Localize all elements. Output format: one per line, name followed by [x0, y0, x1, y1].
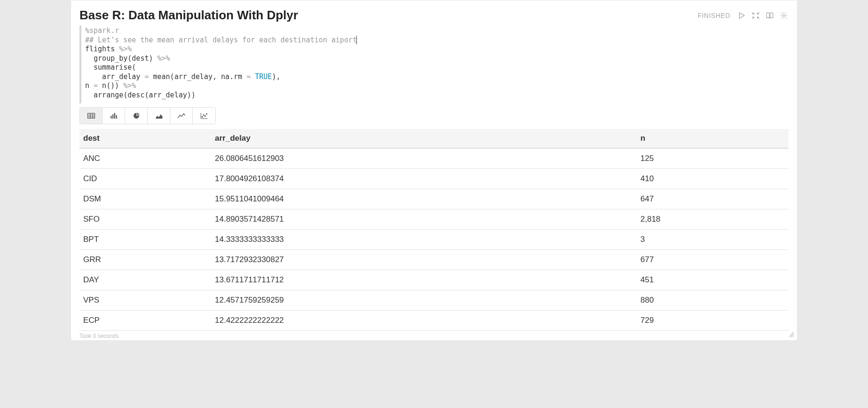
cell-arr_delay: 26.0806451612903 — [211, 148, 637, 169]
cell-n: 3 — [637, 230, 789, 250]
viz-bar-button[interactable] — [103, 108, 125, 124]
resize-handle-icon[interactable] — [788, 331, 794, 337]
viz-table-button[interactable] — [80, 108, 103, 124]
paragraph-header: Base R: Data Manipulation With Dplyr FIN… — [79, 7, 789, 25]
viz-line-button[interactable] — [170, 108, 193, 124]
code-line: n()) — [98, 81, 123, 90]
viz-area-button[interactable] — [148, 108, 170, 124]
cell-dest: CID — [79, 169, 211, 189]
cell-dest: DAY — [79, 270, 211, 290]
viz-scatter-button[interactable] — [193, 108, 215, 124]
result-table: dest arr_delay n ANC26.0806451612903125C… — [79, 129, 789, 331]
code-keyword: TRUE — [255, 72, 272, 81]
paragraph-controls: FINISHED — [698, 7, 789, 20]
cell-arr_delay: 12.4222222222222 — [211, 311, 637, 331]
table-body: ANC26.0806451612903125CID17.800492610837… — [79, 148, 789, 331]
cell-dest: BPT — [79, 230, 211, 250]
paragraph-status: FINISHED — [698, 12, 730, 19]
table-row: BPT14.33333333333333 — [79, 230, 789, 250]
code-line: group_by(dest) — [85, 54, 158, 63]
code-interpreter: %spark.r — [85, 26, 119, 35]
table-row: ANC26.0806451612903125 — [79, 148, 789, 169]
column-header-n[interactable]: n — [637, 129, 789, 148]
viz-pie-button[interactable] — [125, 108, 148, 124]
svg-rect-11 — [110, 116, 111, 119]
cell-dest: DSM — [79, 189, 211, 209]
paragraph-title: Base R: Data Manipulation With Dplyr — [79, 8, 298, 23]
table-row: VPS12.4571759259259880 — [79, 290, 789, 311]
cell-n: 2,818 — [637, 209, 789, 230]
svg-point-19 — [205, 116, 205, 117]
cell-dest: GRR — [79, 250, 211, 270]
code-line: n — [85, 81, 94, 90]
cell-n: 880 — [637, 290, 789, 311]
visualization-toolbar — [79, 107, 216, 124]
table-row: ECP12.4222222222222729 — [79, 311, 789, 331]
code-line: ), — [272, 72, 280, 81]
cell-n: 647 — [637, 189, 789, 209]
svg-point-17 — [202, 116, 203, 117]
cell-n: 410 — [637, 169, 789, 189]
cell-n: 125 — [637, 148, 789, 169]
code-line: arr_delay — [85, 72, 144, 81]
cell-dest: ANC — [79, 148, 211, 169]
paragraph-footer: Took 0 seconds — [79, 331, 789, 340]
table-row: GRR13.7172932330827677 — [79, 250, 789, 270]
cell-dest: SFO — [79, 209, 211, 230]
column-header-arr-delay[interactable]: arr_delay — [211, 129, 637, 148]
table-header: dest arr_delay n — [79, 129, 789, 148]
pipe-operator: %>% — [119, 45, 132, 53]
cell-arr_delay: 13.7172932330827 — [211, 250, 637, 270]
cell-n: 451 — [637, 270, 789, 290]
svg-rect-12 — [112, 114, 113, 119]
table-row: DSM15.9511041009464647 — [79, 189, 789, 209]
table-row: SFO14.89035714285712,818 — [79, 209, 789, 230]
code-line: mean(arr_delay, na.rm — [149, 72, 246, 81]
run-icon[interactable] — [737, 11, 746, 20]
table-row: DAY13.6711711711712451 — [79, 270, 789, 290]
cell-arr_delay: 14.8903571428571 — [211, 209, 637, 230]
cell-arr_delay: 15.9511041009464 — [211, 189, 637, 209]
cell-arr_delay: 13.6711711711712 — [211, 270, 637, 290]
equals-operator: = — [94, 81, 98, 90]
cell-dest: VPS — [79, 290, 211, 311]
cell-arr_delay: 12.4571759259259 — [211, 290, 637, 311]
code-line: arrange(desc(arr_delay)) — [85, 91, 196, 99]
svg-rect-14 — [116, 115, 117, 119]
table-row: CID17.8004926108374410 — [79, 169, 789, 189]
cell-arr_delay: 17.8004926108374 — [211, 169, 637, 189]
svg-line-23 — [793, 336, 794, 337]
text-cursor — [356, 36, 357, 44]
code-line: flights — [85, 45, 119, 53]
svg-point-20 — [206, 113, 207, 114]
cell-n: 677 — [637, 250, 789, 270]
notebook-paragraph: Base R: Data Manipulation With Dplyr FIN… — [71, 0, 797, 341]
svg-rect-13 — [114, 113, 115, 119]
collapse-icon[interactable] — [751, 11, 760, 20]
column-header-dest[interactable]: dest — [79, 129, 211, 148]
svg-marker-0 — [740, 13, 745, 18]
code-comment: ## Let's see the mean arrival delays for… — [85, 36, 357, 44]
svg-point-18 — [203, 115, 204, 116]
svg-point-5 — [783, 15, 785, 17]
book-icon[interactable] — [765, 11, 774, 20]
code-line: summarise( — [85, 63, 136, 72]
cell-dest: ECP — [79, 311, 211, 331]
svg-rect-6 — [87, 113, 95, 119]
pipe-operator: %>% — [123, 81, 136, 90]
cell-n: 729 — [637, 311, 789, 331]
gear-icon[interactable] — [779, 11, 789, 20]
cell-arr_delay: 14.3333333333333 — [211, 230, 637, 250]
code-editor[interactable]: %spark.r ## Let's see the mean arrival d… — [79, 25, 789, 104]
equals-operator: = — [246, 72, 251, 81]
pipe-operator: %>% — [158, 54, 170, 63]
